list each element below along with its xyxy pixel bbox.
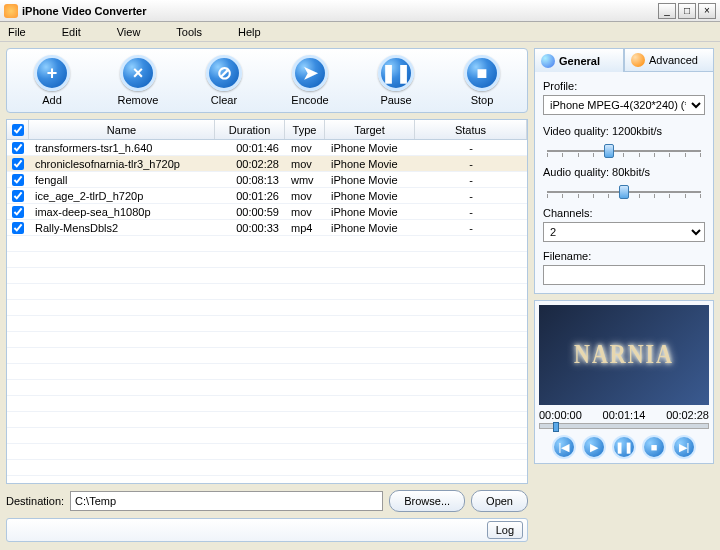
header-checkbox[interactable] — [7, 120, 29, 139]
table-row — [7, 476, 527, 483]
row-type: mp4 — [285, 222, 325, 234]
header-name[interactable]: Name — [29, 120, 215, 139]
preview-time-end: 00:02:28 — [666, 409, 709, 421]
preview-scrubber[interactable] — [539, 423, 709, 429]
row-name: ice_age_2-tlrD_h720p — [29, 190, 215, 202]
add-button[interactable]: +Add — [17, 55, 87, 106]
preview-play-button[interactable]: ▶ — [582, 435, 606, 459]
filename-label: Filename: — [543, 250, 705, 262]
row-status: - — [415, 190, 527, 202]
minimize-button[interactable]: _ — [658, 3, 676, 19]
header-status[interactable]: Status — [415, 120, 527, 139]
row-type: mov — [285, 158, 325, 170]
tab-advanced[interactable]: Advanced — [624, 48, 714, 72]
table-row[interactable]: transformers-tsr1_h.64000:01:46moviPhone… — [7, 140, 527, 156]
row-name: Rally-MensDbls2 — [29, 222, 215, 234]
pause-button[interactable]: ❚❚Pause — [361, 55, 431, 106]
maximize-button[interactable]: □ — [678, 3, 696, 19]
row-checkbox[interactable] — [7, 222, 29, 234]
profile-select[interactable]: iPhone MPEG-4(320*240) (*.mp4) — [543, 95, 705, 115]
row-checkbox[interactable] — [7, 190, 29, 202]
open-button[interactable]: Open — [471, 490, 528, 512]
table-row[interactable]: fengall00:08:13wmviPhone Movie- — [7, 172, 527, 188]
preview-time-start: 00:00:00 — [539, 409, 582, 421]
header-type[interactable]: Type — [285, 120, 325, 139]
preview-prev-button[interactable]: |◀ — [552, 435, 576, 459]
encode-label: Encode — [291, 94, 328, 106]
destination-input[interactable] — [70, 491, 383, 511]
header-duration[interactable]: Duration — [215, 120, 285, 139]
gear-icon — [541, 54, 555, 68]
table-row[interactable]: Rally-MensDbls200:00:33mp4iPhone Movie- — [7, 220, 527, 236]
audio-quality-label: Audio quality: 80kbit/s — [543, 166, 705, 178]
row-target: iPhone Movie — [325, 158, 415, 170]
channels-label: Channels: — [543, 207, 705, 219]
table-row — [7, 348, 527, 364]
row-name: chroniclesofnarnia-tlr3_h720p — [29, 158, 215, 170]
preview-overlay-text: NARNIA — [574, 339, 674, 370]
row-duration: 00:00:59 — [215, 206, 285, 218]
filename-input[interactable] — [543, 265, 705, 285]
channels-select[interactable]: 2 — [543, 222, 705, 242]
menu-view[interactable]: View — [117, 26, 141, 38]
log-button[interactable]: Log — [487, 521, 523, 539]
audio-quality-slider[interactable] — [547, 185, 701, 199]
preview-pause-button[interactable]: ❚❚ — [612, 435, 636, 459]
header-target[interactable]: Target — [325, 120, 415, 139]
row-target: iPhone Movie — [325, 190, 415, 202]
menubar: File Edit View Tools Help — [0, 22, 720, 42]
row-target: iPhone Movie — [325, 222, 415, 234]
pause-label: Pause — [380, 94, 411, 106]
table-row — [7, 380, 527, 396]
video-quality-label: Video quality: 1200kbit/s — [543, 125, 705, 137]
destination-row: Destination: Browse... Open — [6, 490, 528, 512]
clear-button[interactable]: ⊘Clear — [189, 55, 259, 106]
row-status: - — [415, 158, 527, 170]
row-duration: 00:00:33 — [215, 222, 285, 234]
table-row[interactable]: imax-deep-sea_h1080p00:00:59moviPhone Mo… — [7, 204, 527, 220]
window-title: iPhone Video Converter — [22, 5, 658, 17]
tab-general[interactable]: General — [534, 48, 624, 72]
row-checkbox[interactable] — [7, 174, 29, 186]
menu-tools[interactable]: Tools — [176, 26, 202, 38]
profile-label: Profile: — [543, 80, 705, 92]
row-target: iPhone Movie — [325, 174, 415, 186]
close-button[interactable]: × — [698, 3, 716, 19]
preview-stop-button[interactable]: ■ — [642, 435, 666, 459]
advanced-icon — [631, 53, 645, 67]
settings-panel: Profile: iPhone MPEG-4(320*240) (*.mp4) … — [534, 72, 714, 294]
clear-icon: ⊘ — [206, 55, 242, 91]
toolbar: +Add×Remove⊘Clear➤Encode❚❚Pause■Stop — [6, 48, 528, 113]
video-quality-slider[interactable] — [547, 144, 701, 158]
row-name: fengall — [29, 174, 215, 186]
row-type: mov — [285, 206, 325, 218]
row-checkbox[interactable] — [7, 206, 29, 218]
add-label: Add — [42, 94, 62, 106]
row-target: iPhone Movie — [325, 206, 415, 218]
encode-button[interactable]: ➤Encode — [275, 55, 345, 106]
table-row — [7, 444, 527, 460]
preview-next-button[interactable]: ▶| — [672, 435, 696, 459]
row-checkbox[interactable] — [7, 142, 29, 154]
tab-advanced-label: Advanced — [649, 54, 698, 66]
file-table: Name Duration Type Target Status transfo… — [6, 119, 528, 484]
menu-file[interactable]: File — [8, 26, 26, 38]
row-checkbox[interactable] — [7, 158, 29, 170]
table-row — [7, 428, 527, 444]
table-row[interactable]: ice_age_2-tlrD_h720p00:01:26moviPhone Mo… — [7, 188, 527, 204]
table-row — [7, 284, 527, 300]
menu-help[interactable]: Help — [238, 26, 261, 38]
stop-button[interactable]: ■Stop — [447, 55, 517, 106]
table-row[interactable]: chroniclesofnarnia-tlr3_h720p00:02:28mov… — [7, 156, 527, 172]
row-type: wmv — [285, 174, 325, 186]
table-row — [7, 268, 527, 284]
menu-edit[interactable]: Edit — [62, 26, 81, 38]
tab-general-label: General — [559, 55, 600, 67]
preview-video[interactable]: NARNIA — [539, 305, 709, 405]
remove-button[interactable]: ×Remove — [103, 55, 173, 106]
row-status: - — [415, 206, 527, 218]
encode-icon: ➤ — [292, 55, 328, 91]
table-header: Name Duration Type Target Status — [7, 120, 527, 140]
row-name: transformers-tsr1_h.640 — [29, 142, 215, 154]
browse-button[interactable]: Browse... — [389, 490, 465, 512]
